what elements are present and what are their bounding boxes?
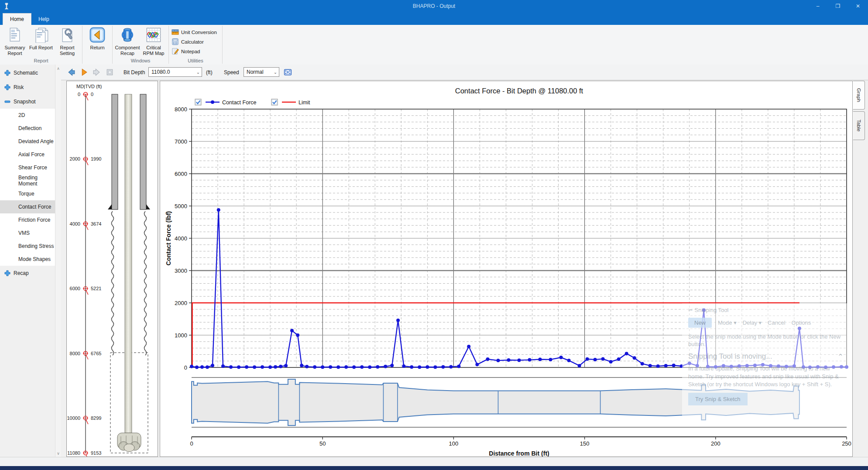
depth-axis-header: MD|TVD (ft) — [76, 84, 102, 89]
tab-help[interactable]: Help — [31, 14, 56, 25]
tab-home[interactable]: Home — [3, 13, 31, 25]
svg-text:9153: 9153 — [91, 450, 101, 456]
view-tab-graph[interactable]: Graph — [853, 81, 865, 110]
sidebar-item-axial-force[interactable]: Axial Force — [0, 148, 55, 161]
sidebar-item-torque[interactable]: Torque — [0, 187, 55, 200]
scroll-down-icon[interactable]: ∨ — [55, 450, 61, 456]
speed-value: Normal — [244, 69, 272, 75]
chart-legend: Contact ForceLimit — [195, 99, 310, 106]
sidebar-item-label: Mode Shapes — [18, 256, 51, 262]
svg-text:0: 0 — [78, 92, 80, 97]
calculator-icon — [172, 38, 181, 46]
sidebar-item-bending-stress[interactable]: Bending Stress — [0, 240, 55, 253]
sidebar-item-vms[interactable]: VMS — [0, 226, 55, 240]
calculator-button[interactable]: Calculator — [171, 37, 207, 47]
bit-depth-unit: (ft) — [206, 69, 213, 75]
svg-text:8000: 8000 — [70, 351, 80, 356]
contact-force-chart: Contact Force - Bit Depth @ 11080.00 ft0… — [160, 81, 852, 456]
sidebar-item-label: Bending Moment — [18, 175, 55, 187]
unit-conversion-icon — [172, 28, 181, 37]
button-label: Calculator — [181, 39, 204, 45]
status-bar — [0, 457, 868, 466]
sidebar-item-label: Bending Stress — [18, 243, 54, 249]
contact-force-chart-panel: Contact Force - Bit Depth @ 11080.00 ft0… — [160, 81, 853, 457]
ribbon-separator — [222, 26, 223, 64]
return-button[interactable]: Return — [84, 26, 110, 52]
minimize-button[interactable]: – — [808, 0, 828, 12]
svg-text:50: 50 — [319, 440, 326, 447]
button-label: ComponentRecap — [115, 45, 140, 56]
sidebar-item-deflection[interactable]: Deflection — [0, 122, 55, 135]
sidebar-item-mode-shapes[interactable]: Mode Shapes — [0, 253, 55, 266]
svg-text:0: 0 — [184, 364, 187, 371]
sidebar-item-shear-force[interactable]: Shear Force — [0, 161, 55, 174]
svg-text:3000: 3000 — [175, 268, 187, 274]
bha-profile-shape — [192, 379, 799, 425]
well-schematic-panel: MD|TVD (ft) 0020001990400036746000522180… — [66, 81, 158, 457]
report-setting-button[interactable]: ReportSetting — [54, 26, 80, 58]
view-tab-strip: GraphTable — [853, 81, 868, 457]
bit-depth-combobox[interactable]: 11080.0 ⌄ — [148, 67, 202, 77]
sidebar-item-schematic[interactable]: Schematic — [0, 65, 55, 80]
report-setting-icon — [59, 27, 75, 44]
expand-icon[interactable] — [4, 270, 10, 276]
svg-text:3674: 3674 — [91, 221, 101, 226]
ribbon-group-label: Utilities — [171, 58, 220, 65]
notepad-icon — [172, 48, 181, 56]
sidebar-item-label: Contact Force — [18, 204, 51, 210]
unit-conversion-button[interactable]: Unit Conversion — [171, 27, 220, 37]
animation-button[interactable] — [283, 67, 293, 77]
sidebar-scrollbar[interactable]: ∧ ∨ — [55, 65, 61, 457]
sidebar-item-risk[interactable]: Risk — [0, 80, 55, 94]
expand-icon[interactable] — [4, 70, 10, 76]
expand-icon[interactable] — [4, 84, 10, 90]
sidebar-item-recap[interactable]: Recap — [0, 266, 55, 280]
summary-report-button[interactable]: SummaryReport — [2, 26, 28, 58]
taskbar-strip — [0, 466, 868, 470]
close-button[interactable]: ✕ — [848, 0, 868, 12]
button-label: Return — [90, 45, 104, 51]
svg-text:5000: 5000 — [175, 203, 187, 209]
button-label: CriticalRPM Map — [143, 45, 165, 56]
play-button[interactable] — [79, 67, 89, 77]
sidebar-item-label: Schematic — [14, 70, 38, 76]
sidebar-item-contact-force[interactable]: Contact Force — [0, 200, 55, 213]
chevron-down-icon: ⌄ — [195, 70, 202, 75]
scroll-up-icon[interactable]: ∧ — [55, 65, 61, 72]
svg-text:1990: 1990 — [91, 156, 101, 161]
ribbon-group-windows: ComponentRecapCriticalRPM MapWindows — [113, 25, 168, 65]
svg-text:8000: 8000 — [175, 106, 187, 113]
sidebar-item-2d[interactable]: 2D — [0, 109, 55, 122]
sidebar-item-bending-moment[interactable]: Bending Moment — [0, 174, 55, 187]
step-back-button[interactable] — [66, 67, 76, 77]
speed-combobox[interactable]: Normal ⌄ — [244, 67, 279, 77]
well-schematic-drawing: MD|TVD (ft) 0020001990400036746000522180… — [67, 81, 158, 456]
component-recap-button[interactable]: ComponentRecap — [114, 26, 141, 58]
critical-rpm-map-button[interactable]: CriticalRPM Map — [141, 26, 167, 58]
sidebar-item-label: 2D — [18, 112, 25, 118]
button-label: Full Report — [29, 45, 53, 51]
svg-text:6000: 6000 — [70, 286, 80, 291]
sidebar-item-friction-force[interactable]: Friction Force — [0, 213, 55, 226]
summary-report-icon — [7, 27, 23, 44]
navigation-sidebar: SchematicRiskSnapshot2DDeflectionDeviate… — [0, 65, 61, 457]
sidebar-item-label: Risk — [14, 84, 24, 90]
button-label: SummaryReport — [4, 45, 25, 56]
collapse-icon[interactable] — [4, 99, 10, 105]
stop-button[interactable] — [105, 67, 115, 77]
app-window: BHAPRO - Output – ❐ ✕ HomeHelp SummaryRe… — [0, 0, 868, 470]
full-report-icon — [33, 27, 49, 44]
ribbon-group-utilities: Unit ConversionCalculatorNotepadUtilitie… — [169, 25, 222, 65]
sidebar-item-deviated-angle[interactable]: Deviated Angle — [0, 135, 55, 148]
step-forward-button[interactable] — [92, 67, 102, 77]
view-tab-table[interactable]: Table — [853, 111, 865, 140]
sidebar-item-snapshot[interactable]: Snapshot — [0, 94, 55, 109]
svg-text:1000: 1000 — [175, 332, 187, 339]
full-report-button[interactable]: Full Report — [28, 26, 54, 52]
notepad-button[interactable]: Notepad — [171, 47, 203, 56]
ribbon-group-return: Return — [82, 25, 112, 65]
button-label: Unit Conversion — [181, 30, 217, 35]
chart-title: Contact Force - Bit Depth @ 11080.00 ft — [455, 87, 583, 95]
svg-text:6000: 6000 — [175, 171, 187, 177]
restore-button[interactable]: ❐ — [828, 0, 848, 12]
